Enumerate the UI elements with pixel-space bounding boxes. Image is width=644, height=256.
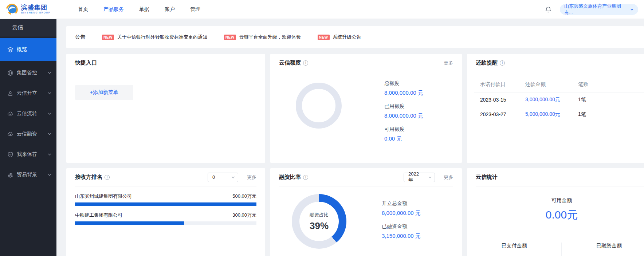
- top-nav: 首页 产品服务 单据 账户 管理: [78, 6, 200, 13]
- available-amount-value: 0.00元: [467, 208, 644, 222]
- table-row[interactable]: 2023-03-15 3,000,000.00元 1笔: [474, 92, 644, 107]
- cell-amount: 5,000,000.00元: [525, 111, 578, 118]
- sidebar-title: 云信: [0, 19, 56, 36]
- announcement-label: 公告: [75, 34, 85, 40]
- available-amount-block: 可用金额 0.00元: [467, 197, 644, 222]
- stat-value: 8,000,000.00 元: [382, 210, 421, 217]
- credit-quota-card: 云信额度 i 更多 总额度 8,000,000.00 元 已用额度 8,000,…: [270, 54, 462, 163]
- cell-count: 1笔: [578, 111, 644, 118]
- sidebar-item-credit-open[interactable]: 云信开立: [0, 83, 56, 103]
- sidebar-item-group-control[interactable]: 集团管控: [0, 63, 56, 83]
- cell-count: 1笔: [578, 97, 644, 103]
- nav-item-documents[interactable]: 单据: [139, 6, 149, 13]
- stat-label: 可用额度: [384, 126, 423, 133]
- stat-label: 已融资金额: [382, 223, 421, 230]
- table-header-row: 承诺付款日 还款金额 笔数: [474, 76, 644, 92]
- rank-bar-track: [75, 221, 256, 225]
- rank-bar-fill: [75, 221, 184, 225]
- sidebar-item-label: 贸易背景: [17, 172, 37, 178]
- rank-more-link[interactable]: 更多: [247, 174, 256, 181]
- sidebar: 云信 概览 集团管控 云信开立 云信流转: [0, 19, 56, 256]
- announcement-text: 系统升级公告: [333, 34, 361, 40]
- layers-icon: [7, 47, 13, 53]
- chevron-down-icon: [428, 176, 432, 179]
- quota-more-link[interactable]: 更多: [444, 60, 453, 66]
- table-row[interactable]: 2023-03-27 5,000,000.00元 1笔: [474, 107, 644, 122]
- info-icon[interactable]: i: [105, 175, 110, 180]
- chevron-down-icon: [48, 173, 51, 177]
- stat-label: 已用额度: [384, 103, 423, 110]
- sidebar-item-credit-transfer[interactable]: 云信流转: [0, 103, 56, 124]
- repayment-reminder-card: 还款提醒 i 承诺付款日 还款金额 笔数 2023-03-15 3,000,00…: [467, 54, 644, 163]
- announcement-item[interactable]: NEW 关于中信银行对外转账收费标准变更的通知: [102, 34, 207, 40]
- binsheng-logo-icon: [6, 3, 18, 16]
- sidebar-item-trade-background[interactable]: 贸易背景: [0, 165, 56, 185]
- chevron-down-icon: [48, 91, 51, 95]
- info-icon[interactable]: i: [303, 175, 308, 180]
- column-header: 笔数: [578, 81, 644, 88]
- announcement-bar: 公告 NEW 关于中信银行对外转账收费标准变更的通知 NEW 云链平台全面升级，…: [66, 26, 644, 48]
- divider: [476, 232, 644, 232]
- main-content: 公告 NEW 关于中信银行对外转账收费标准变更的通知 NEW 云链平台全面升级，…: [56, 19, 644, 256]
- info-icon[interactable]: i: [303, 60, 308, 66]
- bell-icon[interactable]: [545, 5, 552, 13]
- announcement-item[interactable]: NEW 云链平台全面升级，欢迎体验: [224, 34, 301, 40]
- new-badge: NEW: [224, 35, 236, 40]
- rank-filter-value: 0: [212, 174, 215, 180]
- receiver-ranking-card: 接收方排名 i 0 更多 山东滨州城建集团有限公司 500.00万元: [66, 168, 265, 256]
- stat-value: 3,150,000.00 元: [382, 233, 421, 240]
- sidebar-item-label: 云信开立: [17, 90, 37, 97]
- financing-more-link[interactable]: 更多: [444, 174, 453, 181]
- add-menu-button[interactable]: +添加新菜单: [75, 85, 133, 100]
- sidebar-item-sponsor[interactable]: 我来保荐: [0, 144, 56, 165]
- layered-fan-icon: [7, 172, 13, 178]
- quick-entry-card: 快捷入口 +添加新菜单: [66, 54, 265, 163]
- top-bar: 滨盛集团 BINSHENG GROUP 首页 产品服务 单据 账户 管理 山东滨…: [0, 0, 644, 19]
- new-badge: NEW: [318, 35, 330, 40]
- nav-item-account[interactable]: 账户: [165, 6, 175, 13]
- chevron-down-icon: [630, 8, 634, 11]
- year-filter-select[interactable]: 2022年: [404, 173, 435, 182]
- announcement-item[interactable]: NEW 系统升级公告: [318, 34, 361, 40]
- card-title: 云信统计: [476, 174, 498, 181]
- stat-value: 8,000,000.00 元: [384, 90, 423, 97]
- info-icon[interactable]: i: [500, 60, 505, 66]
- sidebar-item-credit-financing[interactable]: 云信融资: [0, 124, 56, 144]
- nav-item-products[interactable]: 产品服务: [103, 6, 124, 13]
- announcement-text: 云链平台全面升级，欢迎体验: [239, 34, 301, 40]
- column-header: 承诺付款日: [474, 81, 525, 88]
- quota-stat: 可用额度 0.00 元: [384, 126, 423, 142]
- brand-logo: 滨盛集团 BINSHENG GROUP: [6, 3, 68, 16]
- announcement-text: 关于中信银行对外转账收费标准变更的通知: [117, 34, 207, 40]
- chevron-down-icon: [48, 71, 51, 75]
- paid-amount-label: 已支付金额: [467, 243, 561, 249]
- donut-center-percent: 39%: [310, 220, 329, 232]
- rank-filter-select[interactable]: 0: [208, 173, 238, 182]
- chevron-down-icon: [48, 112, 51, 115]
- rank-item: 山东滨州城建集团有限公司 500.00万元: [75, 193, 256, 206]
- chevron-down-icon: [231, 176, 235, 179]
- stat-value: 8,000,000.00 元: [384, 113, 423, 119]
- stat-value: 0.00 元: [384, 135, 423, 142]
- cell-amount: 3,000,000.00元: [525, 97, 578, 103]
- rank-bar-track: [75, 202, 256, 206]
- quota-stat: 已用额度 8,000,000.00 元: [384, 103, 423, 119]
- brand-name-cn: 滨盛集团: [21, 4, 51, 11]
- nav-item-home[interactable]: 首页: [78, 6, 88, 13]
- rank-bar-fill: [75, 202, 256, 206]
- stat-label: 总额度: [384, 80, 423, 87]
- sidebar-item-label: 集团管控: [17, 70, 37, 76]
- column-header: 还款金额: [525, 81, 578, 88]
- sidebar-item-label: 概览: [17, 46, 27, 53]
- cloud-lock-icon: [7, 131, 13, 137]
- financing-stat: 开立总金额 8,000,000.00 元: [382, 200, 421, 217]
- chevron-down-icon: [48, 132, 51, 136]
- nav-item-manage[interactable]: 管理: [190, 6, 200, 13]
- financing-ratio-card: 融资比率 i 2022年 更多 融资占比 39% 开立总金额 8,000,000…: [270, 168, 462, 256]
- sidebar-item-overview[interactable]: 概览: [0, 38, 56, 61]
- donut-center-label: 融资占比: [310, 212, 329, 218]
- company-switcher[interactable]: 山东滨盛文旅体育产业集团有...: [560, 4, 638, 15]
- cell-due-date: 2023-03-15: [474, 97, 525, 103]
- paid-amount-block: 已支付金额 0.00元: [467, 243, 562, 256]
- shield-check-icon: [7, 151, 13, 158]
